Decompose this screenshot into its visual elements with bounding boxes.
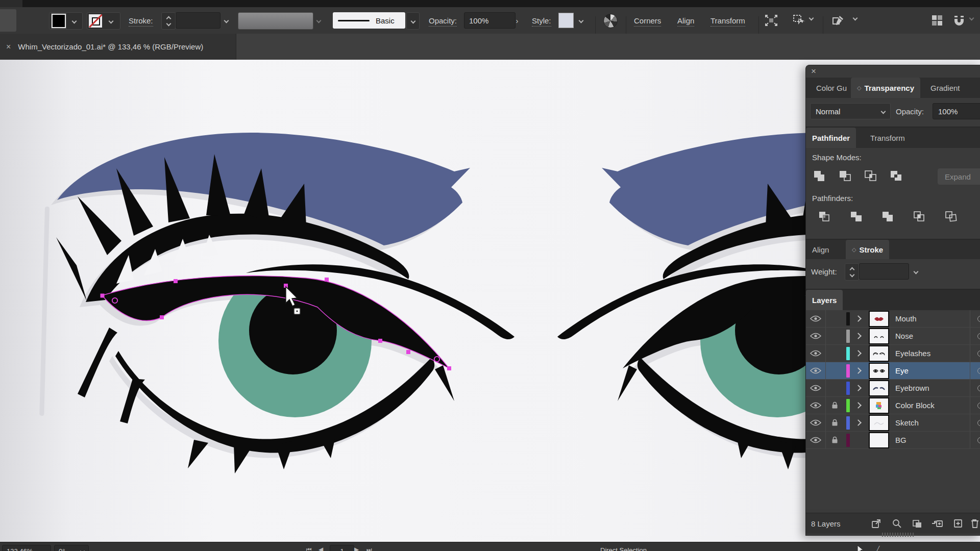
shape-mode-minus-front-icon[interactable] <box>838 168 853 184</box>
corners-button[interactable]: Corners <box>634 16 661 27</box>
fill-color-control[interactable] <box>49 12 83 30</box>
document-tab[interactable]: × Whim_Vectorizado_01.ai* @ 133,46 % (RG… <box>0 34 236 60</box>
shape-mode-unite-icon[interactable] <box>812 168 827 184</box>
shape-mode-intersect-icon[interactable] <box>863 168 878 184</box>
visibility-toggle[interactable] <box>806 333 825 339</box>
prev-artboard-icon[interactable]: ◀ <box>318 546 323 551</box>
zoom-level-select[interactable]: 133,46% <box>2 545 51 551</box>
fit-artboard-icon[interactable] <box>765 14 778 27</box>
transform-button[interactable]: Transform <box>710 16 745 27</box>
opacity-expand-arrow[interactable]: › <box>511 12 523 29</box>
layer-thumbnail[interactable] <box>869 328 889 344</box>
stroke-weight-field[interactable] <box>176 12 220 29</box>
new-layer-icon[interactable] <box>948 518 968 529</box>
opacity-field[interactable]: 100% <box>464 12 516 29</box>
layer-row[interactable]: Eye <box>806 362 980 380</box>
collect-for-export-icon[interactable] <box>866 518 887 529</box>
stroke-swatch-none[interactable] <box>89 14 102 28</box>
layer-target-circle[interactable] <box>977 420 980 426</box>
opacity-label[interactable]: Opacity: <box>429 16 457 27</box>
layer-target-circle[interactable] <box>977 333 980 339</box>
lock-toggle[interactable] <box>825 328 843 344</box>
layer-thumbnail[interactable] <box>869 397 889 414</box>
panel-close-icon[interactable]: × <box>811 66 816 77</box>
layer-thumbnail[interactable] <box>869 380 889 396</box>
brush-definition-dropdown[interactable] <box>313 12 324 29</box>
layer-target-circle[interactable] <box>977 403 980 409</box>
shape-mode-exclude-icon[interactable] <box>889 168 904 184</box>
pathfinder-merge-icon[interactable] <box>880 209 896 224</box>
align-button[interactable]: Align <box>677 16 694 27</box>
artboard-number-field[interactable]: 1 <box>330 545 354 551</box>
lock-toggle[interactable] <box>825 432 843 448</box>
layer-row[interactable]: BG <box>806 432 980 449</box>
stroke-style-control[interactable]: Basic <box>333 12 405 29</box>
locate-object-icon[interactable] <box>887 518 907 529</box>
layer-name[interactable]: Color Block <box>895 401 970 410</box>
layer-target-circle[interactable] <box>977 316 980 322</box>
layer-name[interactable]: Mouth <box>895 314 970 323</box>
lock-toggle[interactable] <box>825 397 843 414</box>
pathfinder-divide-icon[interactable] <box>817 209 832 224</box>
layer-target-circle[interactable] <box>977 368 980 374</box>
weight-field[interactable] <box>859 263 909 280</box>
layer-row[interactable]: Nose <box>806 328 980 345</box>
pathfinder-outline-icon[interactable] <box>944 209 959 224</box>
expand-chevron-icon[interactable] <box>855 385 862 391</box>
brush-dropdown[interactable] <box>406 12 420 30</box>
snap-magnet-icon[interactable] <box>952 14 966 27</box>
expand-chevron-icon[interactable] <box>855 367 862 374</box>
expand-chevron-icon[interactable] <box>855 402 862 409</box>
tab-layers[interactable]: Layers <box>806 290 843 310</box>
layer-thumbnail[interactable] <box>869 345 889 362</box>
style-swatch[interactable] <box>558 13 574 28</box>
tab-pathfinder[interactable]: Pathfinder <box>806 128 856 148</box>
visibility-toggle[interactable] <box>806 437 825 443</box>
lock-toggle[interactable] <box>825 380 843 396</box>
tab-stroke[interactable]: ◇Stroke <box>846 240 889 259</box>
panel-opacity-label[interactable]: Opacity: <box>896 107 924 116</box>
select-similar-dropdown[interactable] <box>810 16 813 20</box>
expand-button[interactable]: Expand <box>938 168 980 185</box>
last-artboard-icon[interactable]: ⏭ <box>366 546 372 551</box>
layer-thumbnail[interactable] <box>869 432 889 448</box>
lock-toggle[interactable] <box>825 362 843 379</box>
visibility-toggle[interactable] <box>806 315 825 322</box>
panel-opacity-field[interactable]: 100% <box>933 103 980 119</box>
layer-row[interactable]: Mouth <box>806 310 980 328</box>
next-artboard-icon[interactable]: ▶ <box>354 546 359 551</box>
pathfinder-crop-icon[interactable] <box>912 209 927 224</box>
layer-name[interactable]: BG <box>895 436 970 444</box>
brush-definition-preview[interactable] <box>238 12 313 30</box>
layer-row[interactable]: Color Block <box>806 397 980 414</box>
tab-color-guide[interactable]: Color Gu <box>810 78 853 98</box>
edit-artwork-dropdown[interactable] <box>853 16 857 20</box>
stroke-weight-label[interactable]: Stroke: <box>129 16 153 27</box>
stroke-weight-stepper[interactable] <box>161 12 176 30</box>
visibility-toggle[interactable] <box>806 402 825 409</box>
layer-name[interactable]: Eyelashes <box>895 349 970 358</box>
snap-dropdown[interactable] <box>970 16 973 20</box>
stroke-weight-dropdown[interactable] <box>220 12 232 29</box>
layer-thumbnail[interactable] <box>869 311 889 327</box>
style-dropdown[interactable] <box>575 12 587 29</box>
first-artboard-icon[interactable]: ⏮ <box>306 546 312 551</box>
pathfinder-trim-icon[interactable] <box>849 209 864 224</box>
select-similar-icon[interactable] <box>792 14 805 27</box>
tab-transparency[interactable]: ◇Transparency <box>851 78 920 98</box>
layer-target-circle[interactable] <box>977 385 980 391</box>
make-clipping-mask-icon[interactable] <box>907 518 927 529</box>
tab-transform[interactable]: Transform <box>864 128 911 148</box>
lock-toggle[interactable] <box>825 310 843 327</box>
recolor-artwork-wheel-icon[interactable] <box>603 14 618 28</box>
weight-dropdown[interactable] <box>909 263 922 280</box>
edit-artwork-icon[interactable] <box>832 14 846 27</box>
visibility-toggle[interactable] <box>806 350 825 357</box>
expand-chevron-icon[interactable] <box>855 419 862 426</box>
tab-gradient[interactable]: Gradient <box>924 78 966 98</box>
expand-chevron-icon[interactable] <box>855 333 862 339</box>
rotation-select[interactable]: 0° <box>54 545 89 551</box>
panel-resize-grip[interactable] <box>882 533 915 537</box>
stroke-dropdown[interactable] <box>102 13 120 29</box>
layer-target-circle[interactable] <box>977 350 980 357</box>
